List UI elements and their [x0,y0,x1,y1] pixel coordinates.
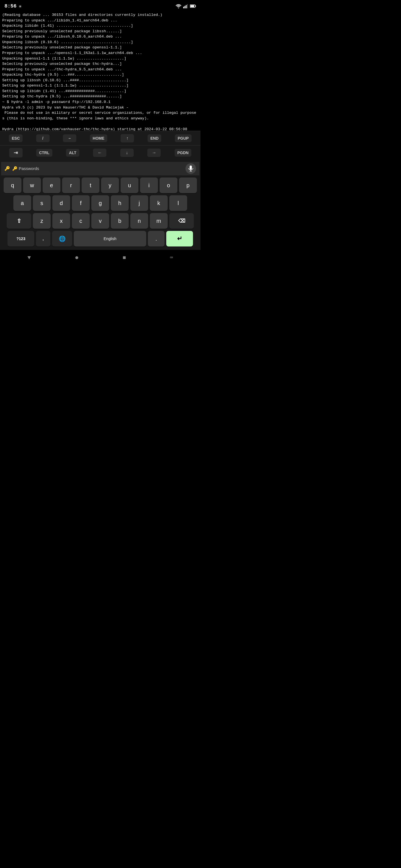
key-tab[interactable]: ⇥ [9,148,23,157]
key-period[interactable]: . [148,231,165,247]
key-w[interactable]: w [23,178,41,193]
key-r[interactable]: r [62,178,80,193]
keyboard-row-1: q w e r t y u i o p [1,178,199,193]
svg-rect-1 [183,7,184,8]
suggestion-label: 🔑 Passwords [12,166,39,171]
key-backspace[interactable]: ⌫ [169,213,194,229]
key-end[interactable]: END [148,134,162,142]
key-j[interactable]: j [130,195,148,211]
key-e[interactable]: e [42,178,60,193]
key-space[interactable]: English [74,231,146,247]
svg-rect-2 [184,6,185,8]
svg-point-0 [178,7,179,8]
key-g[interactable]: g [91,195,109,211]
key-b[interactable]: b [111,213,128,229]
special-keys-row2: ⇥ CTRL ALT ← ↓ → PGDN [0,145,200,160]
status-time: 8:56 [4,3,17,9]
suggestion-text: 🔑 🔑 Passwords [4,166,39,171]
nav-bar: ▼ ● ■ ⌨ [0,250,200,266]
key-n[interactable]: n [130,213,148,229]
key-t[interactable]: t [82,178,99,193]
suggestion-bar: 🔑 🔑 Passwords [1,162,199,175]
svg-rect-4 [187,4,188,8]
keyboard-row-2: a s d f g h j k l [1,195,199,211]
key-s[interactable]: s [33,195,51,211]
status-icons [175,4,196,8]
key-esc[interactable]: ESC [9,134,23,142]
key-dash[interactable]: – [63,134,76,142]
key-f[interactable]: f [72,195,90,211]
key-home[interactable]: HOME [90,134,107,142]
keyboard: 🔑 🔑 Passwords q w e r t y u i o p a s d … [0,160,200,250]
svg-rect-7 [196,6,196,7]
terminal-output: (Reading database ... 30153 files and di… [0,11,200,131]
key-m[interactable]: m [150,213,168,229]
windmill-icon: ✳ [19,3,22,9]
key-icon: 🔑 [4,166,10,171]
key-h[interactable]: h [111,195,128,211]
key-u[interactable]: u [121,178,138,193]
key-q[interactable]: q [4,178,22,193]
terminal-text: (Reading database ... 30153 files and di… [2,13,196,131]
key-enter[interactable]: ↵ [166,231,193,247]
keyboard-row-4: ?123 , 🌐 English . ↵ [1,231,199,247]
key-shift[interactable]: ⇧ [7,213,31,229]
special-keys-row1: ESC / – HOME ↑ END PGUP [0,131,200,145]
nav-home[interactable]: ● [75,254,79,261]
key-slash[interactable]: / [36,134,50,142]
wifi-icon [175,4,181,8]
key-v[interactable]: v [91,213,109,229]
key-right[interactable]: → [147,149,161,157]
status-bar: 8:56 ✳ [0,0,200,11]
key-o[interactable]: o [160,178,177,193]
key-up[interactable]: ↑ [121,134,134,143]
key-down[interactable]: ↓ [120,149,134,157]
key-x[interactable]: x [52,213,70,229]
signal-icon [183,4,188,8]
key-k[interactable]: k [150,195,168,211]
key-l[interactable]: l [169,195,187,211]
key-numbers[interactable]: ?123 [7,231,34,247]
key-d[interactable]: d [52,195,70,211]
key-y[interactable]: y [101,178,119,193]
nav-keyboard[interactable]: ⌨ [170,254,173,261]
key-p[interactable]: p [179,178,197,193]
key-comma[interactable]: , [36,231,50,247]
nav-back[interactable]: ▼ [28,254,31,261]
key-c[interactable]: c [72,213,90,229]
mic-button[interactable] [185,163,196,174]
key-alt[interactable]: ALT [66,149,79,157]
svg-rect-6 [191,5,194,7]
key-ctrl[interactable]: CTRL [36,149,52,157]
key-globe[interactable]: 🌐 [52,231,72,247]
battery-icon [190,4,196,8]
key-pgup[interactable]: PGUP [175,134,192,142]
key-pgdn[interactable]: PGDN [175,149,191,157]
keyboard-row-3: ⇧ z x c v b n m ⌫ [1,213,199,229]
nav-recents[interactable]: ■ [123,254,126,261]
svg-rect-3 [186,5,187,8]
key-i[interactable]: i [140,178,158,193]
key-left[interactable]: ← [93,149,106,157]
svg-rect-8 [190,165,192,169]
key-a[interactable]: a [13,195,31,211]
key-z[interactable]: z [33,213,51,229]
